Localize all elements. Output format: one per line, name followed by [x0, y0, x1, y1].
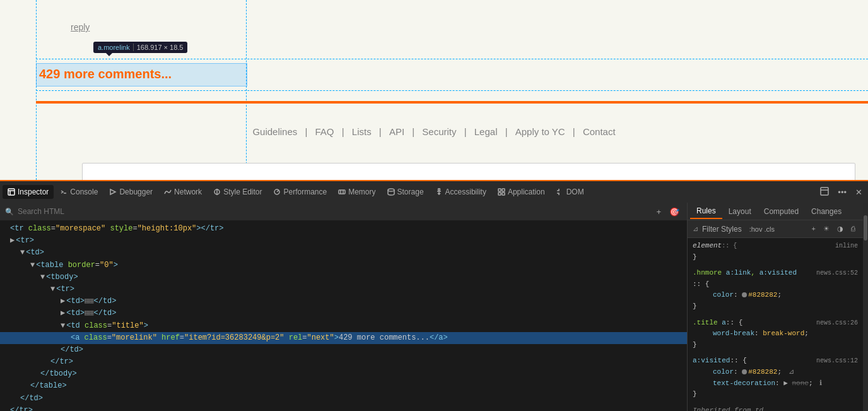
style-editor-icon — [213, 188, 221, 196]
footer-guidelines[interactable]: Guidelines — [252, 126, 297, 137]
svg-rect-9 — [339, 190, 345, 194]
search-bar[interactable] — [82, 163, 855, 180]
tree-row-4[interactable]: ▼<table border="0"> — [0, 259, 687, 271]
tree-row-6[interactable]: ▼<tr> — [0, 283, 687, 295]
devtools-right-actions: ••• ✕ — [817, 185, 865, 200]
title-source: news.css:26 — [816, 318, 858, 328]
pseudo-filter[interactable]: :hov .cls — [749, 225, 775, 233]
tab-accessibility-label: Accessibility — [445, 188, 486, 196]
html-panel: 🔍 + 🎯 <tr class="morespace" style="heigh… — [0, 203, 688, 411]
devtools-body: 🔍 + 🎯 <tr class="morespace" style="heigh… — [0, 203, 868, 411]
dom-icon — [556, 188, 564, 196]
tree-row-14[interactable]: </td> — [0, 393, 687, 405]
hnmore-selector: .hnmore a:link, a:visited — [693, 268, 797, 279]
tooltip-separator — [133, 44, 134, 51]
tab-debugger[interactable]: Debugger — [104, 185, 158, 199]
title-rule-header: .title a :: { news.css:26 — [693, 318, 858, 329]
accessibility-icon — [435, 188, 443, 196]
visited-rule-close: } — [693, 389, 858, 400]
css-tab-computed[interactable]: Computed — [758, 205, 805, 218]
svg-point-12 — [388, 189, 394, 191]
tree-row-3[interactable]: ▼<td> — [0, 247, 687, 259]
css-tab-layout[interactable]: Layout — [722, 205, 758, 218]
color-property[interactable]: color — [713, 291, 734, 299]
tab-network[interactable]: Network — [159, 185, 207, 199]
reply-link[interactable]: reply — [71, 22, 90, 32]
visited-color-property[interactable]: color — [713, 368, 734, 376]
add-rule-button[interactable]: + — [809, 223, 818, 234]
tree-row-12[interactable]: </tbody> — [0, 368, 687, 380]
tab-inspector[interactable]: Inspector — [3, 185, 54, 199]
word-break-property[interactable]: word-break — [713, 330, 754, 337]
tab-debugger-label: Debugger — [119, 188, 153, 196]
svg-rect-0 — [8, 189, 15, 195]
text-dec-arrow[interactable]: ▶ — [783, 379, 788, 387]
footer-legal[interactable]: Legal — [474, 126, 498, 137]
tree-row-2[interactable]: ▶<tr> — [0, 235, 687, 247]
text-decoration-property[interactable]: text-decoration — [713, 379, 775, 387]
tab-application[interactable]: Application — [493, 185, 550, 199]
horizontal-guide-1 — [36, 59, 868, 59]
info-icon[interactable]: ℹ — [819, 379, 822, 387]
tab-console[interactable]: Console — [55, 185, 103, 199]
filter-icon-visited[interactable]: ⊿ — [789, 368, 794, 376]
print-button[interactable]: ⎙ — [848, 223, 858, 234]
scrollbar-thumb[interactable] — [864, 215, 867, 241]
footer-faq[interactable]: FAQ — [315, 126, 334, 137]
tree-row-8[interactable]: ▶<td>▦▦</td> — [0, 307, 687, 319]
visited-source: news.css:12 — [816, 356, 858, 366]
color-swatch-visited[interactable] — [742, 369, 747, 374]
svg-rect-17 — [502, 193, 505, 195]
tab-memory[interactable]: Memory — [333, 185, 380, 199]
tree-row-9[interactable]: ▼<td class="title"> — [0, 320, 687, 332]
add-node-button[interactable]: + — [654, 206, 664, 218]
overflow-button[interactable]: ••• — [835, 186, 850, 199]
word-break-value: break-word — [763, 330, 804, 337]
html-search-actions: + 🎯 — [654, 206, 682, 218]
css-panel: Rules Layout Computed Changes ⊿ Filter S… — [688, 203, 863, 411]
tab-style-editor[interactable]: Style Editor — [208, 185, 267, 199]
svg-point-13 — [438, 189, 440, 191]
close-devtools-button[interactable]: ✕ — [852, 186, 865, 199]
tree-row-1[interactable]: <tr class="morespace" style="height:10px… — [0, 223, 687, 235]
tree-row-10[interactable]: </td> — [0, 344, 687, 356]
tooltip-dimensions: 168.917 × 18.5 — [137, 44, 184, 51]
text-decoration-value: none — [792, 379, 808, 387]
tree-row-5[interactable]: ▼<tbody> — [0, 271, 687, 283]
footer-api[interactable]: API — [389, 126, 404, 137]
footer-contact[interactable]: Contact — [583, 126, 616, 137]
css-tab-changes[interactable]: Changes — [805, 205, 848, 218]
performance-icon — [273, 188, 281, 196]
filter-actions: + ☀ ◑ ⎙ — [809, 223, 858, 234]
color-swatch-828282[interactable] — [742, 292, 747, 297]
tree-row-13[interactable]: </table> — [0, 380, 687, 392]
tree-row-7[interactable]: ▶<td>▦▦</td> — [0, 295, 687, 307]
pick-element-button[interactable]: 🎯 — [667, 206, 682, 218]
inherited-label: Inherited from td — [693, 405, 858, 411]
tree-row-11[interactable]: </tr> — [0, 356, 687, 368]
right-scrollbar[interactable] — [863, 203, 868, 411]
tab-performance[interactable]: Performance — [268, 185, 332, 199]
visited-textdec-prop: text-decoration: ▶ none; ℹ — [703, 378, 858, 390]
tree-row-15[interactable]: </tr> — [0, 405, 687, 411]
css-rule-hnmore: .hnmore a:link, a:visited news.css:52 ::… — [693, 268, 858, 312]
dock-button[interactable] — [817, 185, 832, 200]
light-theme-button[interactable]: ☀ — [821, 223, 832, 234]
tab-storage[interactable]: Storage — [382, 185, 429, 199]
tab-accessibility[interactable]: Accessibility — [430, 185, 491, 199]
visited-color-value: #828282 — [748, 368, 777, 376]
css-tab-rules[interactable]: Rules — [690, 204, 722, 219]
dark-theme-button[interactable]: ◑ — [835, 223, 846, 234]
footer-lists[interactable]: Lists — [352, 126, 372, 137]
tree-row-selected[interactable]: <a class="morelink" href="item?id=362832… — [0, 332, 687, 344]
footer-security[interactable]: Security — [422, 126, 456, 137]
element-tooltip: a.morelink 168.917 × 18.5 — [93, 42, 187, 53]
css-rule-element: element :: { inline } — [693, 241, 858, 263]
tab-dom[interactable]: DOM — [551, 185, 589, 199]
footer-apply[interactable]: Apply to YC — [515, 126, 565, 137]
tab-performance-label: Performance — [283, 188, 327, 196]
tab-console-label: Console — [70, 188, 98, 196]
svg-rect-16 — [498, 193, 501, 195]
search-html-input[interactable] — [18, 207, 650, 216]
more-comments-link[interactable]: 429 more comments... — [39, 67, 172, 81]
